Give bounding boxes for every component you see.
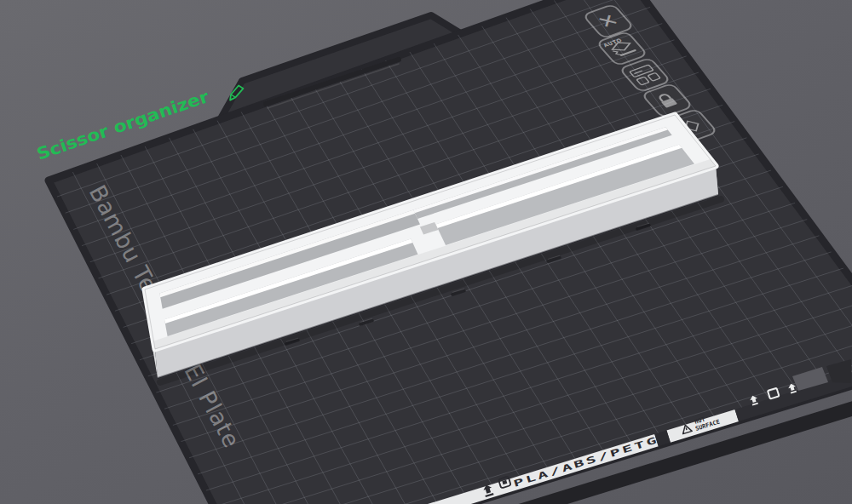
close-icon: ✕ [594, 11, 623, 32]
plate-settings-icon [676, 115, 708, 136]
viewport-3d[interactable]: Bambu Texture PEI Plate ✕ AUTO [0, 0, 852, 504]
labels-layer: Scissor organizer HOT SURFACE PLA/ABS/PE… [0, 0, 852, 504]
hot-surface-label: HOT SURFACE [694, 416, 721, 432]
lock-icon [651, 89, 683, 111]
plate-geometry [49, 0, 852, 504]
plate-brand-label: Bambu Texture PEI Plate [84, 180, 245, 452]
lift-arrow-icon [749, 394, 759, 405]
printed-model-scissor-organizer[interactable] [0, 0, 852, 504]
surface-line: SURFACE [694, 419, 721, 432]
plate-name-label[interactable]: Scissor organizer [34, 84, 245, 164]
build-plate[interactable]: Bambu Texture PEI Plate [0, 0, 852, 504]
material-marking-text: PLA/ABS/PETG [512, 434, 660, 489]
edit-pencil-icon[interactable] [227, 84, 245, 100]
plate-outline-icon [768, 388, 779, 399]
plate-name-text: Scissor organizer [34, 87, 211, 164]
scraper-icon [482, 484, 494, 497]
warning-triangle-icon [681, 424, 692, 434]
lift-arrow-icon [787, 382, 797, 393]
arrange-icon [628, 64, 662, 86]
hot-line: HOT [694, 416, 705, 426]
flex-plate-icon [498, 476, 511, 488]
